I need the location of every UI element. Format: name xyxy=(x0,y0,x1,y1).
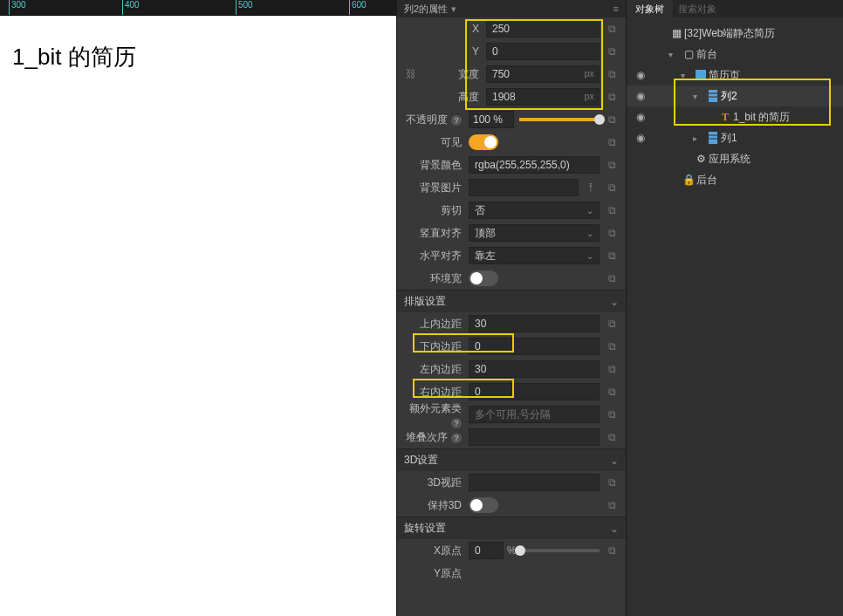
xorigin-slider[interactable] xyxy=(520,549,600,552)
collapse-icon[interactable]: ▾ xyxy=(668,50,681,59)
grid-icon: ▦ xyxy=(668,27,684,39)
prop-valign-value: 顶部 xyxy=(475,226,496,241)
prop-opacity-label: 不透明度 xyxy=(402,113,469,127)
tab-object-tree[interactable]: 对象树 xyxy=(627,0,673,17)
prop-halign-row: 水平对齐 靠左⌄ ⧉ xyxy=(397,244,626,267)
xorigin-label: X原点 xyxy=(402,544,469,558)
prop-clip-label: 剪切 xyxy=(402,203,469,218)
copy-icon[interactable]: ⧉ xyxy=(603,247,620,264)
copy-icon[interactable]: ⧉ xyxy=(603,133,620,151)
copy-icon[interactable]: ⧉ xyxy=(603,179,620,196)
threed-section-header[interactable]: 3D设置 ⌄ xyxy=(397,448,626,471)
prop-clip-select[interactable]: 否⌄ xyxy=(469,202,600,219)
tree-row-back[interactable]: 🔒 后台 xyxy=(627,169,843,190)
tree-row-col1[interactable]: ◉▸ 列1 xyxy=(627,127,843,148)
prop-height-label: 高度 xyxy=(420,90,486,105)
tree-row-resume-page[interactable]: ◉▾ 简历页 xyxy=(627,65,843,86)
tree-tabs: 对象树 搜索对象 xyxy=(627,0,843,17)
chevron-down-icon[interactable]: ▾ xyxy=(451,3,456,15)
copy-icon[interactable]: ⧉ xyxy=(603,88,620,106)
eye-icon[interactable]: ◉ xyxy=(630,90,651,102)
rotate-section-header[interactable]: 旋转设置 ⌄ xyxy=(397,517,626,539)
eye-icon[interactable]: ◉ xyxy=(630,111,651,123)
copy-icon[interactable]: ⧉ xyxy=(603,20,620,38)
rotate-section-title: 旋转设置 xyxy=(404,521,446,536)
prop-bgimg-label: 背景图片 xyxy=(402,181,469,195)
canvas[interactable]: 1_bit 的简历 xyxy=(0,16,396,616)
chevron-down-icon: ⌄ xyxy=(586,229,593,238)
expand-icon[interactable]: ▸ xyxy=(693,133,705,143)
tree-label: 列1 xyxy=(721,131,737,146)
pad-bottom-label: 下内边距 xyxy=(402,339,469,354)
opacity-slider[interactable] xyxy=(519,118,600,121)
zindex-label: 堆叠次序 xyxy=(402,430,469,445)
copy-icon[interactable]: ⧉ xyxy=(603,542,620,559)
prop-height-input[interactable] xyxy=(486,88,600,106)
page-title[interactable]: 1_bit 的简历 xyxy=(12,42,396,72)
eye-icon[interactable]: ◉ xyxy=(630,69,651,81)
tree-row-front[interactable]: ▾ ▢ 前台 xyxy=(627,44,843,65)
pad-left-label: 左内边距 xyxy=(402,362,469,377)
prop-bgimg-input[interactable] xyxy=(469,179,579,196)
gear-icon: ⚙ xyxy=(693,153,709,165)
tree-row-col2[interactable]: ◉▾ 列2 xyxy=(627,86,843,106)
chevron-down-icon: ⌄ xyxy=(586,206,593,216)
tree-row-root[interactable]: ▦ [32]Web端静态简历 xyxy=(627,23,843,44)
pad-bottom-input[interactable] xyxy=(469,338,600,355)
extra-class-input[interactable] xyxy=(469,406,600,423)
visible-toggle[interactable] xyxy=(469,134,498,150)
prop-width-input[interactable] xyxy=(486,65,600,83)
prop-visible-label: 可见 xyxy=(402,135,469,150)
prop-valign-row: 竖直对齐 顶部⌄ ⧉ xyxy=(397,222,626,244)
pad-top-input[interactable] xyxy=(469,315,600,332)
prop-halign-select[interactable]: 靠左⌄ xyxy=(469,247,600,264)
prop-valign-select[interactable]: 顶部⌄ xyxy=(469,224,600,242)
pad-left-row: 左内边距 ⧉ xyxy=(397,358,626,380)
copy-icon[interactable]: ⧉ xyxy=(603,383,620,400)
copy-icon[interactable]: ⧉ xyxy=(603,496,620,514)
copy-icon[interactable]: ⧉ xyxy=(603,406,620,423)
upload-icon[interactable]: ⭱ xyxy=(582,179,600,196)
copy-icon[interactable]: ⧉ xyxy=(603,111,620,128)
menu-icon[interactable]: ≡ xyxy=(613,3,619,14)
copy-icon[interactable]: ⧉ xyxy=(603,428,620,446)
copy-icon[interactable]: ⧉ xyxy=(603,224,620,242)
column-icon xyxy=(705,90,721,102)
xorigin-input[interactable] xyxy=(469,542,504,559)
tree-row-app-system[interactable]: ⚙ 应用系统 xyxy=(627,148,843,169)
link-chain-icon[interactable]: ⛓ xyxy=(402,68,420,80)
prop-y-input[interactable] xyxy=(486,43,600,60)
prop-bgcolor-label: 背景颜色 xyxy=(402,158,469,173)
copy-icon[interactable]: ⧉ xyxy=(603,315,620,332)
copy-icon[interactable]: ⧉ xyxy=(603,202,620,219)
prop-y-label: Y xyxy=(420,45,486,58)
copy-icon[interactable]: ⧉ xyxy=(603,338,620,355)
perspective-input[interactable] xyxy=(469,474,600,491)
envw-toggle[interactable] xyxy=(469,270,498,286)
ruler-tick: 600 xyxy=(349,0,367,16)
pad-left-input[interactable] xyxy=(469,360,600,378)
zindex-input[interactable] xyxy=(469,428,600,446)
copy-icon[interactable]: ⧉ xyxy=(603,360,620,378)
copy-icon[interactable]: ⧉ xyxy=(603,474,620,491)
prop-bgcolor-input[interactable] xyxy=(469,156,600,174)
collapse-icon[interactable]: ▾ xyxy=(681,71,693,80)
copy-icon[interactable]: ⧉ xyxy=(603,43,620,60)
device-icon: ▢ xyxy=(681,48,696,60)
copy-icon[interactable]: ⧉ xyxy=(603,65,620,83)
tree-search-input[interactable]: 搜索对象 xyxy=(673,0,843,17)
pad-right-input[interactable] xyxy=(469,383,600,400)
copy-icon[interactable]: ⧉ xyxy=(603,156,620,174)
prop-opacity-value[interactable]: 100 % xyxy=(469,111,514,128)
layout-section-header[interactable]: 排版设置 ⌄ xyxy=(397,290,626,312)
lock-icon: 🔒 xyxy=(681,174,696,186)
eye-icon[interactable]: ◉ xyxy=(630,132,651,144)
collapse-icon[interactable]: ▾ xyxy=(693,92,705,101)
tree-row-text[interactable]: ◉ T 1_bit 的简历 xyxy=(627,106,843,127)
svg-rect-0 xyxy=(696,70,706,80)
prop-y-row: Y ⧉ xyxy=(397,40,626,63)
prop-valign-label: 竖直对齐 xyxy=(402,226,469,241)
copy-icon[interactable]: ⧉ xyxy=(603,270,620,287)
preserve3d-toggle[interactable] xyxy=(469,497,498,513)
prop-x-input[interactable] xyxy=(486,20,600,38)
